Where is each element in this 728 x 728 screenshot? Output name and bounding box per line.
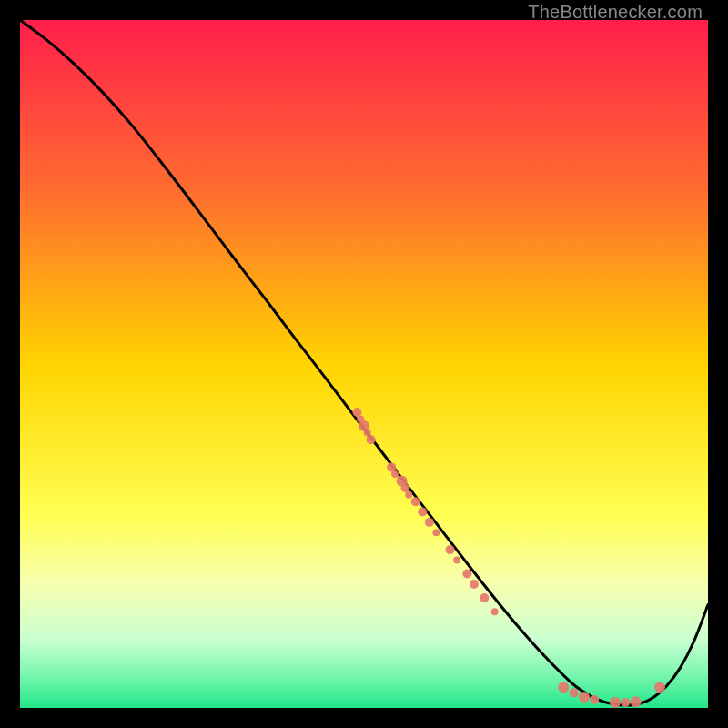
data-point <box>453 556 460 563</box>
data-point <box>590 695 599 704</box>
data-point <box>491 608 499 615</box>
data-point <box>425 518 434 527</box>
data-point <box>558 682 569 693</box>
gradient-background <box>20 20 708 708</box>
data-point <box>446 545 455 554</box>
data-point <box>654 682 665 693</box>
data-point <box>621 698 630 707</box>
data-point <box>610 697 621 708</box>
data-point <box>470 580 479 589</box>
data-point <box>367 435 376 444</box>
data-point <box>391 470 399 478</box>
data-point <box>570 688 579 697</box>
data-point <box>352 408 361 417</box>
chart-frame <box>20 20 708 708</box>
data-point <box>631 696 642 707</box>
data-point <box>387 462 396 471</box>
data-point <box>418 508 427 517</box>
data-point <box>579 692 590 703</box>
data-point <box>411 497 420 506</box>
data-point <box>400 483 410 492</box>
data-point <box>480 593 489 602</box>
data-point <box>432 529 440 536</box>
data-point <box>405 491 412 499</box>
bottleneck-chart <box>20 20 708 708</box>
data-point <box>462 570 471 579</box>
